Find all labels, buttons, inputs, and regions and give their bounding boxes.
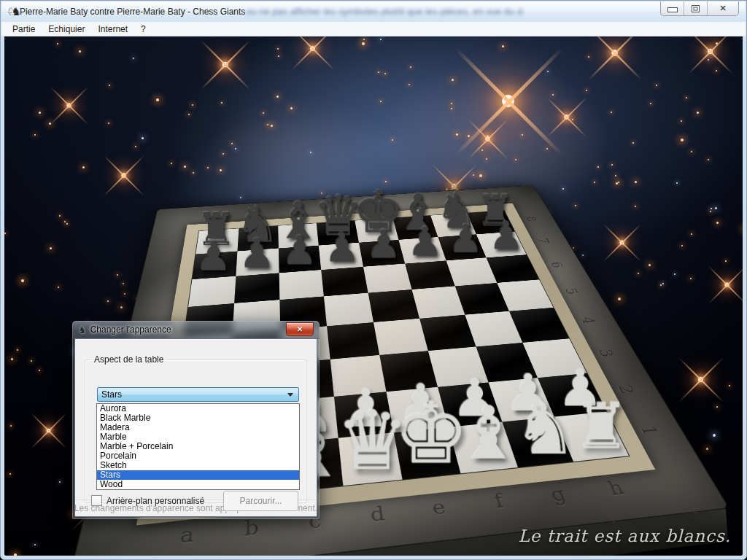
custom-background-checkbox[interactable]	[91, 495, 102, 506]
checkbox-label: Arrière-plan personnalisé	[107, 496, 204, 506]
restore-button[interactable]	[684, 1, 707, 15]
minimize-button[interactable]	[661, 1, 684, 15]
browse-button[interactable]: Parcourir...	[223, 491, 298, 511]
minimize-icon	[667, 7, 678, 12]
app-window: ou ne pas afficher les symboles plutôt q…	[0, 0, 747, 560]
table-aspect-combobox[interactable]: Stars	[97, 387, 299, 402]
rank-label: 4	[577, 316, 599, 324]
dropdown-item[interactable]: Porcelain	[97, 451, 299, 461]
custom-background-row: Arrière-plan personnalisé	[91, 495, 204, 506]
menu-item-partie[interactable]: Partie	[6, 23, 42, 36]
dialog-close-button[interactable]: ✕	[286, 322, 314, 336]
window-controls: ✕	[660, 1, 739, 16]
close-button[interactable]: ✕	[707, 1, 738, 15]
turn-indicator-text: Le trait est aux blancs.	[519, 526, 731, 545]
file-label: f	[492, 489, 506, 512]
menu-item-internet[interactable]: Internet	[91, 23, 134, 36]
file-label: d	[368, 502, 386, 526]
aspect-dropdown-list: AuroraBlack MarbleMaderaMarbleMarble + P…	[96, 403, 300, 490]
dropdown-item[interactable]: Stars	[97, 470, 299, 480]
group-label: Aspect de la table	[91, 354, 166, 365]
rank-label: 5	[561, 287, 582, 295]
dialog-title-bar[interactable]: ♞ Changer l'apparence ✕	[72, 321, 320, 339]
title-bar[interactable]: ou ne pas afficher les symboles plutôt q…	[1, 1, 746, 22]
rank-label: 3	[595, 348, 618, 357]
rank-label: 6	[547, 261, 567, 268]
dropdown-item[interactable]: Sketch	[97, 461, 299, 470]
file-label: a	[179, 522, 195, 547]
chess-piece[interactable]: ♟	[192, 251, 237, 279]
file-label: g	[547, 483, 569, 505]
menu-item-echiquier[interactable]: Echiquier	[42, 23, 91, 36]
background-tooltip-text: ou ne pas afficher les symboles plutôt q…	[246, 6, 523, 17]
appearance-dialog: ♞ Changer l'apparence ✕ Aspect de la tab…	[72, 321, 320, 519]
chevron-down-icon	[287, 393, 293, 397]
window-title: Pierre-Marie Baty contre Pierre-Marie Ba…	[20, 7, 245, 17]
close-icon: ✕	[297, 326, 303, 333]
dropdown-item[interactable]: Madera	[97, 423, 299, 432]
rank-label: 8	[522, 216, 540, 222]
file-label: h	[605, 476, 628, 499]
combobox-value: Stars	[98, 389, 287, 400]
file-label: e	[430, 495, 447, 518]
knight-icon: ♞	[78, 324, 87, 335]
dialog-title: Changer l'apparence	[90, 324, 171, 335]
app-icon: ♘♞	[7, 5, 16, 18]
rank-label: 7	[534, 238, 553, 244]
dialog-body: Aspect de la table Stars AuroraBlack Mar…	[74, 338, 317, 517]
black-piece-glyph: ♟	[172, 237, 255, 275]
dropdown-item[interactable]: Wood	[97, 480, 299, 489]
menu-item-[interactable]: ?	[134, 23, 152, 36]
menu-bar: PartieEchiquierInternet?	[1, 22, 746, 36]
close-icon: ✕	[719, 4, 726, 12]
restore-icon	[692, 5, 700, 12]
